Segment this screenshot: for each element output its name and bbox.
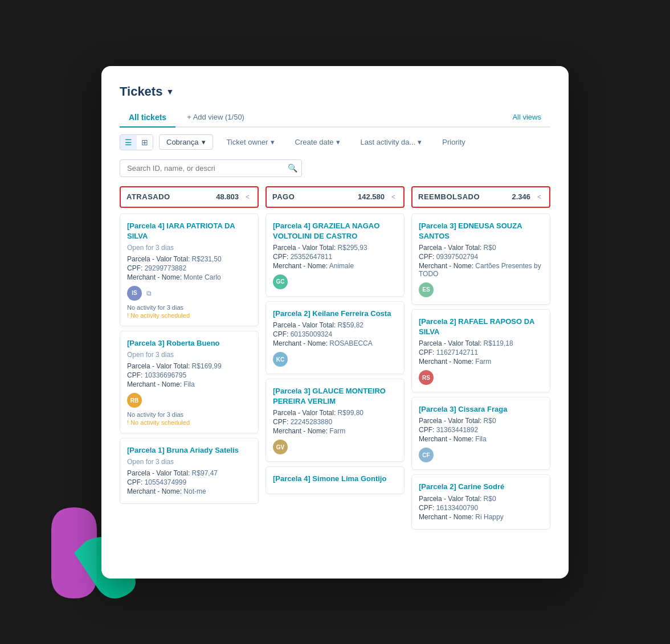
- no-activity-label: No activity for 3 dias: [127, 411, 251, 418]
- ticket-open-days: Open for 3 dias: [127, 351, 251, 359]
- avatar: RS: [419, 370, 434, 385]
- col-header-atrasado: ATRASADO48.803<: [120, 186, 259, 208]
- ticket-field: Merchant - Nome: Farm: [419, 358, 543, 366]
- ticket-owner-filter[interactable]: Ticket owner ▾: [219, 134, 281, 150]
- ticket-field: Parcela - Valor Total: R$59,82: [273, 321, 397, 329]
- cobranca-filter-chevron-icon: ▾: [202, 138, 206, 146]
- ticket-field: Parcela - Valor Total: R$0: [419, 244, 543, 252]
- col-count-atrasado: 48.803: [216, 192, 239, 201]
- copy-icon[interactable]: ⧉: [146, 289, 152, 297]
- list-view-button[interactable]: ☰: [120, 135, 137, 150]
- ticket-card: [Parcela 3] GLAUCE MONTEIRO PEREIRA VERL…: [265, 379, 405, 462]
- ticket-title[interactable]: [Parcela 1] Bruna Ariady Satelis: [127, 445, 251, 456]
- avatar: ES: [419, 282, 434, 297]
- ticket-field: CPF: 10554374999: [127, 478, 251, 486]
- col-collapse-btn-pago[interactable]: <: [389, 192, 398, 202]
- cobranca-filter[interactable]: Cobrança ▾: [159, 134, 213, 150]
- ticket-title[interactable]: [Parcela 4] Simone Lima Gontijo: [273, 474, 397, 484]
- col-cards-reembolsado: [Parcela 3] EDNEUSA SOUZA SANTOSParcela …: [411, 214, 550, 530]
- ticket-card: [Parcela 2] Carine SodréParcela - Valor …: [411, 474, 550, 529]
- col-collapse-btn-atrasado[interactable]: <: [243, 192, 252, 202]
- title-text: Tickets: [120, 84, 162, 99]
- title-chevron-icon[interactable]: ▼: [166, 87, 174, 96]
- kanban-col-reembolsado: REEMBOLSADO2.346<[Parcela 3] EDNEUSA SOU…: [411, 186, 550, 530]
- search-container: 🔍: [120, 159, 550, 177]
- col-collapse-btn-reembolsado[interactable]: <: [535, 192, 544, 202]
- col-title-atrasado: ATRASADO: [126, 192, 170, 201]
- ticket-card: [Parcela 3] Cissara FragaParcela - Valor…: [411, 397, 550, 470]
- no-activity-label: No activity for 3 dias: [127, 304, 251, 311]
- header: Tickets ▼: [120, 84, 550, 99]
- avatar: KC: [273, 352, 288, 367]
- ticket-field: Merchant - Nome: ROSABECCA: [273, 339, 397, 347]
- ticket-field: Merchant - Nome: Fila: [127, 380, 251, 388]
- ticket-title[interactable]: [Parcela 3] Cissara Fraga: [419, 404, 543, 415]
- col-header-reembolsado: REEMBOLSADO2.346<: [411, 186, 550, 208]
- no-activity-scheduled-label: ! No activity scheduled: [127, 312, 251, 319]
- ticket-card: [Parcela 4] Simone Lima Gontijo: [265, 466, 405, 494]
- ticket-title[interactable]: [Parcela 4] IARA PATRIOTA DA SILVA: [127, 221, 251, 241]
- ticket-field: CPF: 31363441892: [419, 426, 543, 434]
- ticket-field: Merchant - Nome: Farm: [273, 427, 397, 435]
- kanban-col-pago: PAGO142.580<[Parcela 4] GRAZIELA NAGAO V…: [265, 186, 405, 530]
- col-title-reembolsado: REEMBOLSADO: [418, 192, 480, 201]
- avatar: IS: [127, 286, 142, 301]
- ticket-field: Parcela - Valor Total: R$0: [419, 495, 543, 503]
- avatar: CF: [419, 448, 434, 462]
- ticket-title[interactable]: [Parcela 2] Carine Sodré: [419, 482, 543, 492]
- priority-filter[interactable]: Priority: [435, 134, 472, 150]
- ticket-card: [Parcela 3] EDNEUSA SOUZA SANTOSParcela …: [411, 214, 550, 305]
- ticket-field: Merchant - Nome: Monte Carlo: [127, 273, 251, 281]
- ticket-field: CPF: 22245283880: [273, 418, 397, 426]
- ticket-field: CPF: 25352647811: [273, 253, 397, 261]
- ticket-field: Merchant - Nome: Not-me: [127, 487, 251, 495]
- col-count-pago: 142.580: [358, 192, 385, 201]
- cobranca-filter-label: Cobrança: [166, 138, 198, 146]
- ticket-card: [Parcela 1] Bruna Ariady SatelisOpen for…: [120, 438, 259, 504]
- kanban-col-atrasado: ATRASADO48.803<[Parcela 4] IARA PATRIOTA…: [120, 186, 259, 530]
- ticket-field: Parcela - Valor Total: R$231,50: [127, 255, 251, 263]
- ticket-field: CPF: 09397502794: [419, 253, 543, 261]
- search-button[interactable]: 🔍: [288, 163, 297, 173]
- ticket-card: [Parcela 3] Roberta BuenoOpen for 3 dias…: [120, 331, 259, 433]
- ticket-field: Parcela - Valor Total: R$97,47: [127, 469, 251, 477]
- ticket-title[interactable]: [Parcela 3] Roberta Bueno: [127, 338, 251, 348]
- ticket-title[interactable]: [Parcela 2] RAFAEL RAPOSO DA SILVA: [419, 317, 543, 337]
- tabs-bar: All tickets + Add view (1/50) All views: [120, 108, 550, 128]
- ticket-field: Merchant - Nome: Animale: [273, 262, 397, 270]
- tab-add-view[interactable]: + Add view (1/50): [178, 108, 254, 126]
- avatar: GV: [273, 440, 288, 454]
- tab-all-views[interactable]: All views: [503, 108, 550, 126]
- ticket-open-days: Open for 3 dias: [127, 244, 251, 252]
- ticket-field: Parcela - Valor Total: R$99,80: [273, 409, 397, 417]
- toolbar: ☰ ⊞ Cobrança ▾ Ticket owner ▾ Create dat…: [120, 134, 550, 150]
- search-input[interactable]: [120, 159, 302, 177]
- ticket-title[interactable]: [Parcela 2] Keilane Ferreira Costa: [273, 309, 397, 319]
- ticket-card: [Parcela 2] RAFAEL RAPOSO DA SILVAParcel…: [411, 309, 550, 392]
- ticket-title[interactable]: [Parcela 4] GRAZIELA NAGAO VOLTOLINI DE …: [273, 221, 397, 241]
- last-activity-filter[interactable]: Last activity da... ▾: [353, 134, 430, 150]
- ticket-field: Parcela - Valor Total: R$169,99: [127, 362, 251, 370]
- ticket-field: CPF: 29299773882: [127, 264, 251, 272]
- ticket-field: Merchant - Nome: Ri Happy: [419, 513, 543, 521]
- ticket-card: [Parcela 4] GRAZIELA NAGAO VOLTOLINI DE …: [265, 214, 405, 297]
- page-title: Tickets ▼: [120, 84, 174, 99]
- ticket-title[interactable]: [Parcela 3] EDNEUSA SOUZA SANTOS: [419, 221, 543, 241]
- col-count-reembolsado: 2.346: [512, 192, 530, 201]
- col-cards-pago: [Parcela 4] GRAZIELA NAGAO VOLTOLINI DE …: [265, 214, 405, 494]
- ticket-open-days: Open for 3 dias: [127, 458, 251, 466]
- view-toggle: ☰ ⊞: [120, 134, 153, 150]
- ticket-field: Parcela - Valor Total: R$0: [419, 417, 543, 425]
- col-cards-atrasado: [Parcela 4] IARA PATRIOTA DA SILVAOpen f…: [120, 214, 259, 504]
- grid-view-button[interactable]: ⊞: [137, 135, 153, 150]
- avatar: RB: [127, 393, 142, 408]
- main-card: Tickets ▼ All tickets + Add view (1/50) …: [101, 66, 569, 579]
- kanban-board: ATRASADO48.803<[Parcela 4] IARA PATRIOTA…: [120, 186, 550, 530]
- ticket-field: CPF: 16133400790: [419, 504, 543, 512]
- ticket-title[interactable]: [Parcela 3] GLAUCE MONTEIRO PEREIRA VERL…: [273, 386, 397, 407]
- col-title-pago: PAGO: [272, 192, 295, 201]
- create-date-filter[interactable]: Create date ▾: [288, 134, 348, 150]
- tab-all-tickets[interactable]: All tickets: [120, 108, 175, 128]
- ticket-field: CPF: 60135009324: [273, 330, 397, 338]
- ticket-card: [Parcela 2] Keilane Ferreira CostaParcel…: [265, 301, 405, 374]
